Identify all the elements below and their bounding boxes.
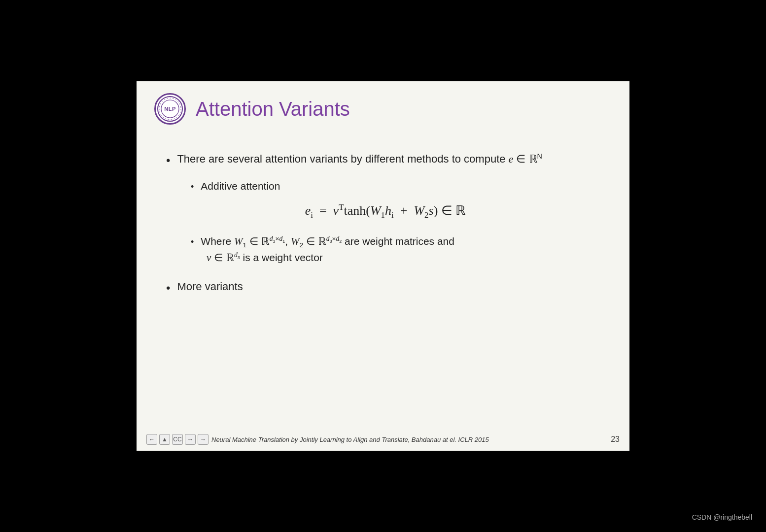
where-text: Where W1 ∈ ℝd3×d1, W2 ∈ ℝd3×d2 are weigh… [201, 234, 454, 265]
slide-header: NLP Attention Variants [137, 81, 629, 133]
slide-wrapper: NLP Attention Variants • There are sever… [137, 81, 629, 451]
nav-cc-button[interactable]: CC [172, 434, 183, 445]
bullet-sub-where: • Where W1 ∈ ℝd3×d1, W2 ∈ ℝd3×d2 are wei… [191, 234, 605, 265]
slide-container: NLP Attention Variants • There are sever… [137, 81, 629, 451]
more-variants-text: More variants [177, 279, 243, 295]
slide-footer: ← ▲ CC ↔ → Neural Machine Translation by… [137, 429, 629, 451]
nav-up-button[interactable]: ▲ [159, 434, 170, 445]
bullet-dot-3: • [166, 280, 170, 297]
bullet-sub-dot-2: • [191, 236, 194, 248]
page-number: 23 [611, 435, 620, 444]
math-e: e [509, 153, 514, 165]
citation-rest: , Bahdanau at el. ICLR 2015 [408, 436, 489, 443]
nav-forward-button[interactable]: → [198, 434, 209, 445]
nav-expand-button[interactable]: ↔ [185, 434, 196, 445]
bullet-3: • More variants [166, 279, 605, 297]
bullet-text-1: There are several attention variants by … [177, 151, 542, 167]
footer-left: ← ▲ CC ↔ → Neural Machine Translation by… [146, 434, 489, 445]
logo-icon: NLP [154, 93, 186, 125]
slide-title: Attention Variants [196, 98, 350, 120]
additive-label: Additive attention [201, 179, 280, 194]
bullet-dot-1: • [166, 152, 170, 169]
footer-citation: Neural Machine Translation by Jointly Le… [211, 436, 489, 443]
bullet-sub-dot: • [191, 181, 194, 193]
bullet-sub-additive: • Additive attention [191, 179, 605, 194]
footer-nav[interactable]: ← ▲ CC ↔ → [146, 434, 209, 445]
slide-body: • There are several attention variants b… [137, 133, 629, 429]
paper-title: Neural Machine Translation by Jointly Le… [211, 436, 408, 443]
bullet-1: • There are several attention variants b… [166, 151, 605, 169]
svg-text:NLP: NLP [164, 106, 176, 112]
additive-formula: ei = vTtanh(W1hi + W2s) ∈ ℝ [166, 202, 605, 220]
csdn-watermark: CSDN @ringthebell [692, 513, 752, 521]
nav-back-button[interactable]: ← [146, 434, 157, 445]
